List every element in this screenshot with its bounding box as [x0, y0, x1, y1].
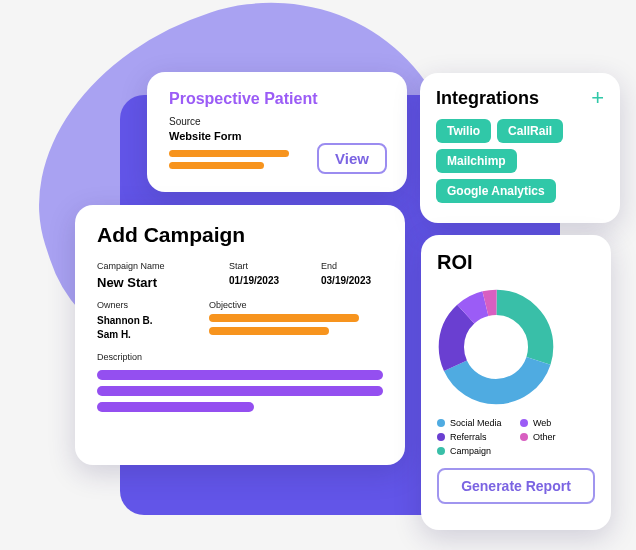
end-value: 03/19/2023 — [321, 275, 371, 286]
legend-dot — [437, 433, 445, 441]
owner-name: Shannon B. — [97, 314, 187, 328]
placeholder-bars — [97, 370, 383, 412]
add-campaign-card: Add Campaign Campaign Name New Start Sta… — [75, 205, 405, 465]
campaign-name-value: New Start — [97, 275, 207, 290]
placeholder-bars — [209, 314, 369, 335]
integration-chip[interactable]: Mailchimp — [436, 149, 517, 173]
legend-item: Web — [520, 418, 595, 428]
card-title: Integrations — [436, 88, 539, 109]
integration-chip[interactable]: Twilio — [436, 119, 491, 143]
legend-item: Campaign — [437, 446, 512, 456]
legend-item: Social Media — [437, 418, 512, 428]
prospective-patient-card: Prospective Patient Source Website Form … — [147, 72, 407, 192]
owner-name: Sam H. — [97, 328, 187, 342]
owners-label: Owners — [97, 300, 187, 310]
source-value: Website Form — [169, 130, 385, 142]
add-integration-icon[interactable]: + — [591, 87, 604, 109]
campaign-name-label: Campaign Name — [97, 261, 207, 271]
roi-legend: Social Media Web Referrals Other Campaig… — [437, 418, 595, 456]
start-label: Start — [229, 261, 299, 271]
integration-chip[interactable]: CallRail — [497, 119, 563, 143]
objective-label: Objective — [209, 300, 369, 310]
source-label: Source — [169, 116, 385, 127]
integration-chip[interactable]: Google Analytics — [436, 179, 556, 203]
description-label: Description — [97, 352, 383, 362]
generate-report-button[interactable]: Generate Report — [437, 468, 595, 504]
roi-donut-chart — [437, 288, 555, 406]
end-label: End — [321, 261, 371, 271]
view-button[interactable]: View — [317, 143, 387, 174]
card-title: Add Campaign — [97, 223, 383, 247]
legend-dot — [437, 419, 445, 427]
start-value: 01/19/2023 — [229, 275, 299, 286]
legend-dot — [520, 419, 528, 427]
legend-dot — [520, 433, 528, 441]
legend-dot — [437, 447, 445, 455]
legend-item: Other — [520, 432, 595, 442]
card-title: Prospective Patient — [169, 90, 385, 108]
roi-card: ROI Social Media Web Referrals Other Cam… — [421, 235, 611, 530]
card-title: ROI — [437, 251, 595, 274]
legend-item: Referrals — [437, 432, 512, 442]
integrations-card: Integrations + Twilio CallRail Mailchimp… — [420, 73, 620, 223]
